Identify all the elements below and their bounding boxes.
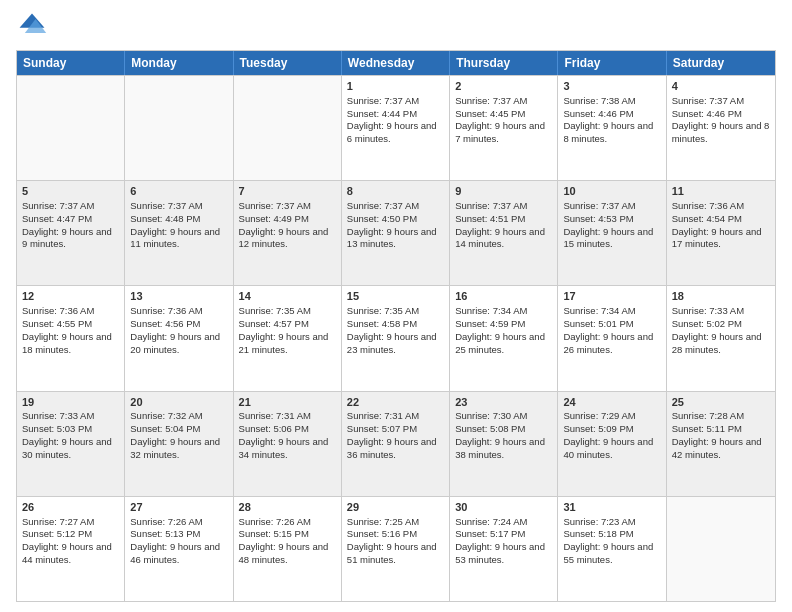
day-header-thursday: Thursday <box>450 51 558 75</box>
calendar-cell: 7Sunrise: 7:37 AMSunset: 4:49 PMDaylight… <box>234 181 342 285</box>
sunrise-text: Sunrise: 7:32 AM <box>130 410 227 423</box>
day-number: 16 <box>455 289 552 304</box>
sunrise-text: Sunrise: 7:36 AM <box>22 305 119 318</box>
daylight-text: Daylight: 9 hours and 40 minutes. <box>563 436 660 462</box>
day-number: 14 <box>239 289 336 304</box>
daylight-text: Daylight: 9 hours and 51 minutes. <box>347 541 444 567</box>
calendar-cell: 3Sunrise: 7:38 AMSunset: 4:46 PMDaylight… <box>558 76 666 180</box>
day-header-saturday: Saturday <box>667 51 775 75</box>
sunset-text: Sunset: 4:46 PM <box>672 108 770 121</box>
daylight-text: Daylight: 9 hours and 28 minutes. <box>672 331 770 357</box>
sunrise-text: Sunrise: 7:31 AM <box>239 410 336 423</box>
sunset-text: Sunset: 5:08 PM <box>455 423 552 436</box>
calendar-cell: 15Sunrise: 7:35 AMSunset: 4:58 PMDayligh… <box>342 286 450 390</box>
day-number: 29 <box>347 500 444 515</box>
sunrise-text: Sunrise: 7:31 AM <box>347 410 444 423</box>
daylight-text: Daylight: 9 hours and 44 minutes. <box>22 541 119 567</box>
sunset-text: Sunset: 5:16 PM <box>347 528 444 541</box>
day-number: 23 <box>455 395 552 410</box>
sunrise-text: Sunrise: 7:37 AM <box>347 200 444 213</box>
sunset-text: Sunset: 5:07 PM <box>347 423 444 436</box>
sunrise-text: Sunrise: 7:33 AM <box>672 305 770 318</box>
header <box>16 10 776 42</box>
sunset-text: Sunset: 5:17 PM <box>455 528 552 541</box>
logo-icon <box>16 10 48 42</box>
calendar-cell: 25Sunrise: 7:28 AMSunset: 5:11 PMDayligh… <box>667 392 775 496</box>
daylight-text: Daylight: 9 hours and 42 minutes. <box>672 436 770 462</box>
sunrise-text: Sunrise: 7:28 AM <box>672 410 770 423</box>
calendar-cell: 21Sunrise: 7:31 AMSunset: 5:06 PMDayligh… <box>234 392 342 496</box>
sunrise-text: Sunrise: 7:37 AM <box>22 200 119 213</box>
sunrise-text: Sunrise: 7:25 AM <box>347 516 444 529</box>
day-header-tuesday: Tuesday <box>234 51 342 75</box>
sunset-text: Sunset: 5:04 PM <box>130 423 227 436</box>
sunrise-text: Sunrise: 7:34 AM <box>455 305 552 318</box>
daylight-text: Daylight: 9 hours and 26 minutes. <box>563 331 660 357</box>
calendar-cell: 11Sunrise: 7:36 AMSunset: 4:54 PMDayligh… <box>667 181 775 285</box>
day-number: 3 <box>563 79 660 94</box>
day-number: 24 <box>563 395 660 410</box>
calendar-cell: 10Sunrise: 7:37 AMSunset: 4:53 PMDayligh… <box>558 181 666 285</box>
day-number: 15 <box>347 289 444 304</box>
calendar-cell: 18Sunrise: 7:33 AMSunset: 5:02 PMDayligh… <box>667 286 775 390</box>
calendar: SundayMondayTuesdayWednesdayThursdayFrid… <box>16 50 776 602</box>
day-number: 18 <box>672 289 770 304</box>
daylight-text: Daylight: 9 hours and 8 minutes. <box>672 120 770 146</box>
calendar-body: 1Sunrise: 7:37 AMSunset: 4:44 PMDaylight… <box>17 75 775 601</box>
daylight-text: Daylight: 9 hours and 46 minutes. <box>130 541 227 567</box>
sunrise-text: Sunrise: 7:26 AM <box>239 516 336 529</box>
sunset-text: Sunset: 4:58 PM <box>347 318 444 331</box>
day-number: 2 <box>455 79 552 94</box>
day-number: 5 <box>22 184 119 199</box>
sunset-text: Sunset: 5:13 PM <box>130 528 227 541</box>
calendar-cell: 5Sunrise: 7:37 AMSunset: 4:47 PMDaylight… <box>17 181 125 285</box>
sunrise-text: Sunrise: 7:38 AM <box>563 95 660 108</box>
day-number: 31 <box>563 500 660 515</box>
daylight-text: Daylight: 9 hours and 17 minutes. <box>672 226 770 252</box>
day-header-friday: Friday <box>558 51 666 75</box>
calendar-row: 5Sunrise: 7:37 AMSunset: 4:47 PMDaylight… <box>17 180 775 285</box>
day-number: 20 <box>130 395 227 410</box>
sunset-text: Sunset: 4:51 PM <box>455 213 552 226</box>
sunset-text: Sunset: 4:55 PM <box>22 318 119 331</box>
daylight-text: Daylight: 9 hours and 30 minutes. <box>22 436 119 462</box>
day-number: 19 <box>22 395 119 410</box>
day-number: 30 <box>455 500 552 515</box>
daylight-text: Daylight: 9 hours and 15 minutes. <box>563 226 660 252</box>
daylight-text: Daylight: 9 hours and 6 minutes. <box>347 120 444 146</box>
calendar-cell: 29Sunrise: 7:25 AMSunset: 5:16 PMDayligh… <box>342 497 450 601</box>
sunset-text: Sunset: 4:47 PM <box>22 213 119 226</box>
daylight-text: Daylight: 9 hours and 32 minutes. <box>130 436 227 462</box>
calendar-row: 19Sunrise: 7:33 AMSunset: 5:03 PMDayligh… <box>17 391 775 496</box>
calendar-cell: 4Sunrise: 7:37 AMSunset: 4:46 PMDaylight… <box>667 76 775 180</box>
day-number: 17 <box>563 289 660 304</box>
calendar-cell: 14Sunrise: 7:35 AMSunset: 4:57 PMDayligh… <box>234 286 342 390</box>
sunrise-text: Sunrise: 7:36 AM <box>672 200 770 213</box>
daylight-text: Daylight: 9 hours and 34 minutes. <box>239 436 336 462</box>
sunrise-text: Sunrise: 7:33 AM <box>22 410 119 423</box>
day-number: 8 <box>347 184 444 199</box>
calendar-cell: 24Sunrise: 7:29 AMSunset: 5:09 PMDayligh… <box>558 392 666 496</box>
sunrise-text: Sunrise: 7:26 AM <box>130 516 227 529</box>
sunrise-text: Sunrise: 7:35 AM <box>347 305 444 318</box>
sunrise-text: Sunrise: 7:37 AM <box>347 95 444 108</box>
daylight-text: Daylight: 9 hours and 53 minutes. <box>455 541 552 567</box>
day-number: 27 <box>130 500 227 515</box>
sunset-text: Sunset: 4:56 PM <box>130 318 227 331</box>
daylight-text: Daylight: 9 hours and 12 minutes. <box>239 226 336 252</box>
sunrise-text: Sunrise: 7:35 AM <box>239 305 336 318</box>
sunset-text: Sunset: 5:02 PM <box>672 318 770 331</box>
sunset-text: Sunset: 4:49 PM <box>239 213 336 226</box>
daylight-text: Daylight: 9 hours and 11 minutes. <box>130 226 227 252</box>
day-number: 10 <box>563 184 660 199</box>
sunset-text: Sunset: 5:18 PM <box>563 528 660 541</box>
daylight-text: Daylight: 9 hours and 9 minutes. <box>22 226 119 252</box>
day-number: 7 <box>239 184 336 199</box>
sunset-text: Sunset: 5:01 PM <box>563 318 660 331</box>
day-number: 1 <box>347 79 444 94</box>
daylight-text: Daylight: 9 hours and 36 minutes. <box>347 436 444 462</box>
sunset-text: Sunset: 4:48 PM <box>130 213 227 226</box>
calendar-cell: 6Sunrise: 7:37 AMSunset: 4:48 PMDaylight… <box>125 181 233 285</box>
calendar-row: 1Sunrise: 7:37 AMSunset: 4:44 PMDaylight… <box>17 75 775 180</box>
sunrise-text: Sunrise: 7:24 AM <box>455 516 552 529</box>
